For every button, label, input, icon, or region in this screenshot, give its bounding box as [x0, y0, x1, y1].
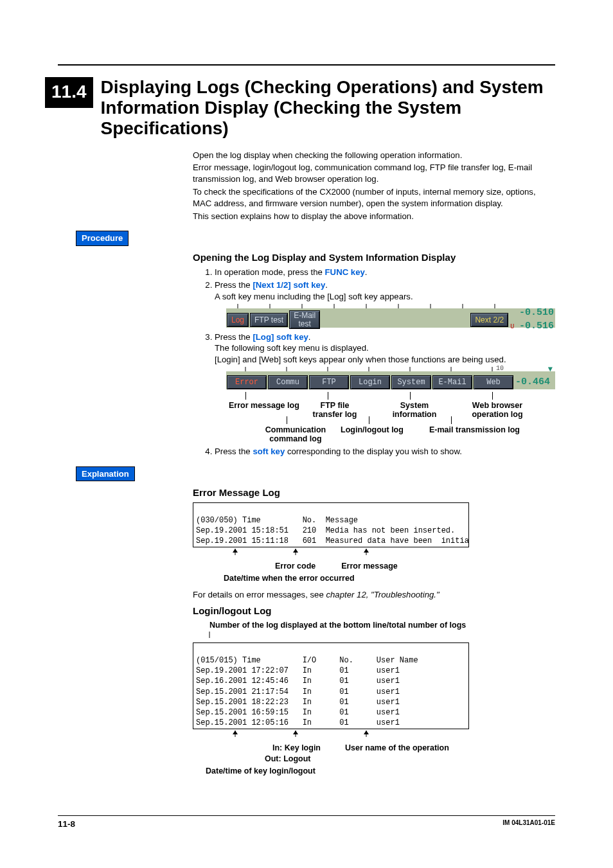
intro-p1: Open the log display when checking the f… [193, 150, 555, 161]
errlog-r2: Sep.19.2001 15:11:18 601 Measured data h… [196, 536, 469, 545]
bar2-callouts: Error message log FTP file transfer log … [226, 392, 555, 439]
errlog-leg1: Error code [275, 561, 315, 572]
step3-c: . [308, 332, 311, 342]
softkey-email[interactable]: E-Mail [432, 375, 472, 389]
step4-c: corresponding to the display you wish to… [285, 447, 462, 456]
bar2-readout: -0.464 [515, 376, 551, 389]
errlog-leg3: Date/time when the error occurred [224, 573, 555, 584]
svg-marker-19 [233, 549, 238, 553]
step-3: Press the [Log] soft key. The following … [215, 332, 555, 439]
procedure-label: Procedure [76, 231, 129, 246]
softkey-email-test[interactable]: E-Mailtest [289, 310, 320, 329]
page-footer: 11-8 IM 04L31A01-01E [58, 815, 555, 830]
explanation-label-row: Explanation [76, 466, 613, 482]
step-4: Press the soft key corresponding to the … [215, 446, 555, 457]
callout-email: E-mail transmission log [429, 425, 526, 434]
step-2: Press the [Next 1/2] soft key. A soft ke… [215, 279, 555, 328]
loginlog-r2: Sep.15.2001 21:17:54 In 01 user1 [196, 687, 400, 696]
callout-web: Web browser operation log [465, 401, 529, 420]
bar1-num-bot: -0.516 [519, 321, 554, 332]
loginlog-r0: Sep.19.2001 17:22:07 In 01 user1 [196, 666, 400, 675]
softkey-ftp[interactable]: FTP [309, 375, 349, 389]
loginlog-r1: Sep.16.2001 12:45:46 In 01 user1 [196, 677, 400, 686]
loginlog-r4: Sep.15.2001 16:59:15 In 01 user1 [196, 708, 400, 717]
errlog-arrows [193, 549, 469, 558]
svg-marker-20 [293, 549, 298, 553]
step1-c: . [365, 267, 368, 277]
errlog-leg-row1: Error code Error message [204, 561, 555, 572]
loginlog-toparrow [193, 632, 469, 639]
procedure-list: In operation mode, press the FUNC key. P… [193, 267, 555, 457]
intro-p2: Error message, login/logout log, communi… [193, 162, 555, 185]
bar1-readout: -0.510 U -0.516 [509, 306, 555, 333]
softkey-commu[interactable]: Commu [268, 375, 308, 389]
tick-marks-2 [226, 367, 560, 371]
intro-p3: To check the specifications of the CX200… [193, 186, 555, 209]
softkey-error[interactable]: Error [227, 375, 267, 389]
softkey-web[interactable]: Web [474, 375, 513, 389]
errlog-note-b: chapter 12, "Troubleshooting." [326, 590, 439, 599]
procedure-body: Opening the Log Display and System Infor… [193, 251, 555, 457]
svg-marker-21 [364, 549, 369, 553]
errlog-box: (030/050) Time No. Message Sep.19.2001 1… [193, 502, 469, 548]
errlog-hdr: (030/050) Time No. Message [196, 516, 358, 525]
callout-login: Login/logout log [341, 425, 418, 434]
intro-p4: This section explains how to display the… [193, 211, 555, 222]
loginlog-box: (015/015) Time I/O No. User Name Sep.19.… [193, 642, 469, 730]
section-header: 11.4 Displaying Logs (Checking Operation… [45, 77, 555, 139]
step4-a: Press the [215, 447, 253, 456]
loginlog-leg2: Out: Logout [265, 754, 555, 765]
step2-d: A soft key menu including the [Log] soft… [215, 291, 555, 303]
explanation-label: Explanation [76, 466, 135, 482]
section-number: 11.4 [45, 77, 93, 108]
softkey-bar-2: 10 ▼ Error Commu FTP Login System E-Mail… [226, 367, 555, 389]
top-rule [58, 64, 555, 66]
softkey-bar-1: Log FTP test E-Mailtest Next 2/2 -0.510 … [226, 304, 555, 328]
step2-a: Press the [215, 280, 253, 290]
procedure-label-row: Procedure [76, 231, 613, 246]
softkey-login[interactable]: Login [350, 375, 390, 389]
log-softkey-text: [Log] soft key [253, 332, 308, 342]
func-key-text: FUNC key [325, 267, 365, 277]
loginlog-hdr: (015/015) Time I/O No. User Name [196, 656, 418, 665]
explanation-body: Error Message Log (030/050) Time No. Mes… [193, 486, 555, 776]
errlog-r1: Sep.19.2001 15:18:51 210 Media has not b… [196, 526, 455, 535]
next-softkey-text: [Next 1/2] soft key [253, 280, 325, 290]
loginlog-caption: Number of the log displayed at the botto… [209, 620, 555, 631]
softkey-ftp-test[interactable]: FTP test [250, 313, 288, 327]
softkey-log[interactable]: Log [227, 313, 249, 327]
step3-e: [Login] and [Web] soft keys appear only … [215, 354, 555, 366]
errlog-note-a: For details on error messages, see [193, 590, 326, 599]
page-number: 11-8 [58, 819, 75, 830]
softkey-next[interactable]: Next 2/2 [470, 313, 508, 327]
callout-system: System information [386, 401, 443, 420]
softkey-system[interactable]: System [391, 375, 431, 389]
loginlog-arrows [193, 731, 469, 740]
bar1-u: U [510, 323, 514, 332]
step2-c: . [325, 280, 328, 290]
step-1: In operation mode, press the FUNC key. [215, 267, 555, 278]
intro-block: Open the log display when checking the f… [193, 150, 555, 222]
tick-marks-1 [226, 304, 547, 308]
errlog-leg2: Error message [341, 561, 398, 572]
loginlog-leg-row1: In: Key login User name of the operation [204, 743, 555, 754]
errlog-note: For details on error messages, see chapt… [193, 589, 555, 601]
softkey-word: soft key [253, 447, 285, 456]
loginlog-r5: Sep.15.2001 12:05:16 In 01 user1 [196, 718, 400, 727]
loginlog-r3: Sep.15.2001 18:22:23 In 01 user1 [196, 698, 400, 707]
svg-marker-26 [233, 731, 238, 734]
step1-a: In operation mode, press the [215, 267, 325, 277]
open-heading: Opening the Log Display and System Infor… [193, 251, 555, 264]
doc-code: IM 04L31A01-01E [502, 819, 555, 830]
errlog-heading: Error Message Log [193, 486, 555, 499]
bar1-num-top: -0.510 [519, 307, 554, 318]
callout-error: Error message log [229, 401, 299, 410]
bar2-deco: 10 [496, 364, 504, 373]
section-title: Displaying Logs (Checking Operations) an… [101, 77, 556, 139]
loginlog-leg1: In: Key login [272, 743, 321, 754]
loginlog-leg4: Date/time of key login/logout [206, 766, 555, 777]
bar2-arrow-icon: ▼ [548, 364, 553, 375]
callout-ftp: FTP file transfer log [306, 401, 364, 420]
callout-commu: Communication command log [257, 425, 334, 444]
loginlog-leg3: User name of the operation [345, 743, 449, 754]
